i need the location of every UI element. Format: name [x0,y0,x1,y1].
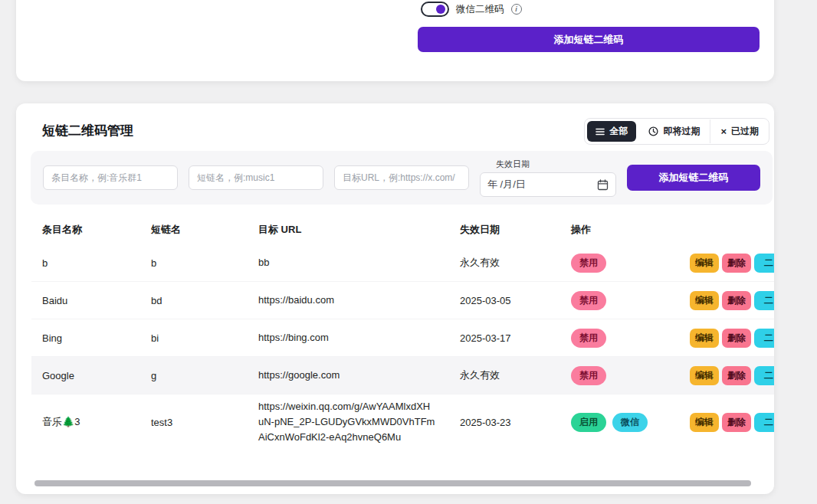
cell-entry-name: b [31,257,140,269]
delete-button[interactable]: 删除 [722,329,751,348]
table-row: Google g https://google.com 永久有效 禁用 编辑 删… [31,357,774,394]
shortlink-table: 条目名称 短链名 目标 URL 失效日期 操作 b b bb 永久有效 禁用 编… [31,215,774,450]
cell-actions: 编辑 删除 二 [679,254,774,273]
cell-expiry: 2025-03-17 [449,332,560,344]
list-icon [596,127,605,136]
table-body: b b bb 永久有效 禁用 编辑 删除 二 Baidu bd https://… [31,244,774,450]
delete-button[interactable]: 删除 [722,291,751,310]
header-entry-name: 条目名称 [31,223,140,237]
wechat-toggle-row: 微信二维码 i [421,2,760,17]
cell-operations: 禁用 [560,254,679,273]
filter-bar: 失效日期 年 /月/日 添加短链二维码 [31,151,773,205]
table-header: 条目名称 短链名 目标 URL 失效日期 操作 [31,215,774,244]
date-value: 年 /月/日 [487,178,526,191]
cell-slug: bd [140,295,248,306]
cell-target-url: https://weixin.qq.com/g/AwYAAMlxdXHuN-pN… [248,399,449,445]
cell-target-url: https://google.com [248,368,449,383]
x-icon: × [720,126,727,136]
add-shortlink-qr-button-filter[interactable]: 添加短链二维码 [627,165,760,191]
wechat-badge[interactable]: 微信 [612,413,648,432]
cell-expiry: 2025-03-05 [449,295,560,306]
horizontal-scrollbar[interactable] [34,480,751,486]
filter-tabs: 全部 即将过期 × 已过期 [584,118,769,145]
cell-target-url: https://bing.com [248,330,449,345]
tab-expiring-soon[interactable]: 即将过期 [638,119,710,143]
cell-expiry: 永久有效 [449,368,560,382]
status-badge[interactable]: 禁用 [571,329,606,348]
status-badge[interactable]: 禁用 [571,291,606,310]
cell-slug: b [140,257,248,269]
cell-operations: 禁用 [560,366,679,385]
table-row: Bing bi https://bing.com 2025-03-17 禁用 编… [31,319,774,357]
expiry-date-label: 失效日期 [496,159,616,170]
header-operations: 操作 [560,223,679,237]
expiry-date-group: 失效日期 年 /月/日 [480,159,616,197]
page-title: 短链二维码管理 [42,122,133,139]
qr-form-card: 微信二维码 i 添加短链二维码 [16,0,774,81]
toggle-knob [436,5,445,14]
tab-expired-label: 已过期 [731,125,759,138]
cell-target-url: bb [248,255,449,270]
status-badge[interactable]: 启用 [571,413,606,432]
edit-button[interactable]: 编辑 [690,366,719,385]
status-badge[interactable]: 禁用 [571,366,606,385]
cell-operations: 禁用 [560,291,679,310]
wechat-qr-toggle[interactable] [421,2,449,17]
cell-target-url: https://baidu.com [248,293,449,308]
tab-expiring-soon-label: 即将过期 [663,125,700,138]
table-row: b b bb 永久有效 禁用 编辑 删除 二 [31,244,774,282]
qr-form-right-column: 微信二维码 i 添加短链二维码 [418,2,760,52]
cell-entry-name: Google [31,370,140,381]
table-row: 音乐🌲3 test3 https://weixin.qq.com/g/AwYAA… [31,394,774,450]
add-shortlink-qr-button[interactable]: 添加短链二维码 [418,27,760,52]
cell-actions: 编辑 删除 二 [679,291,774,310]
qr-button[interactable]: 二 [754,329,774,348]
qr-button[interactable]: 二 [754,413,774,432]
edit-button[interactable]: 编辑 [690,413,719,432]
tab-expired[interactable]: × 已过期 [710,119,769,143]
cell-slug: bi [140,332,248,344]
edit-button[interactable]: 编辑 [690,291,719,310]
entry-name-input[interactable] [43,165,178,190]
cell-expiry: 永久有效 [449,256,560,270]
table-row: Baidu bd https://baidu.com 2025-03-05 禁用… [31,282,774,319]
edit-button[interactable]: 编辑 [690,329,719,348]
header-expiry: 失效日期 [449,223,560,237]
header-target-url: 目标 URL [248,223,449,237]
delete-button[interactable]: 删除 [722,413,751,432]
calendar-icon[interactable] [597,179,609,191]
wechat-toggle-label: 微信二维码 [456,3,504,16]
cell-expiry: 2025-03-23 [449,417,560,428]
qr-button[interactable]: 二 [754,254,774,273]
delete-button[interactable]: 删除 [722,366,751,385]
edit-button[interactable]: 编辑 [690,254,719,273]
tab-all-label: 全部 [609,125,628,138]
cell-actions: 编辑 删除 二 [679,366,774,385]
status-badge[interactable]: 禁用 [571,254,606,273]
header-slug: 短链名 [140,223,248,237]
shortlink-manager-card: 短链二维码管理 全部 即将过期 × 已过期 失效日期 年 /月/日 添加短链二维… [16,103,774,494]
target-url-input[interactable] [334,165,469,190]
cell-slug: test3 [140,417,248,428]
info-icon[interactable]: i [511,4,522,15]
cell-actions: 编辑 删除 二 [679,413,774,432]
slug-input[interactable] [189,165,323,190]
qr-button[interactable]: 二 [754,366,774,385]
cell-actions: 编辑 删除 二 [679,329,774,348]
cell-operations: 启用 微信 [560,413,679,432]
cell-slug: g [140,370,248,381]
clock-icon [648,126,658,136]
tab-all[interactable]: 全部 [587,121,636,142]
cell-entry-name: Bing [31,332,140,344]
qr-button[interactable]: 二 [754,291,774,310]
cell-entry-name: Baidu [31,295,140,306]
cell-operations: 禁用 [560,329,679,348]
delete-button[interactable]: 删除 [722,254,751,273]
expiry-date-input[interactable]: 年 /月/日 [480,172,616,197]
cell-entry-name: 音乐🌲3 [31,415,140,429]
